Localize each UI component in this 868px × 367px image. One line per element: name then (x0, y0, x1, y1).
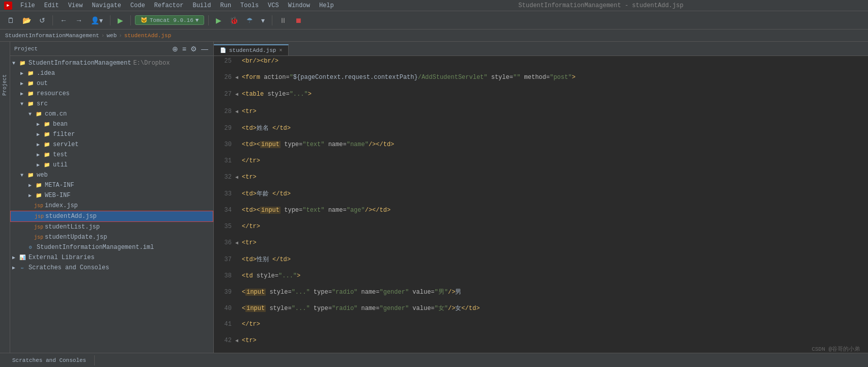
src-folder-icon: 📁 (26, 100, 35, 108)
tree-item-webinf[interactable]: ▶ 📁 WEB-INF (10, 190, 213, 201)
tree-item-iml[interactable]: ⚙ StudentInformationManagement.iml (10, 242, 213, 252)
coverage-button[interactable]: ☂ (243, 14, 256, 26)
tree-item-web[interactable]: ▼ 📁 web (10, 170, 213, 180)
build-button[interactable]: ▶ (213, 14, 225, 26)
sidebar-close-button[interactable]: — (200, 44, 209, 54)
tree-item-util[interactable]: ▶ 📁 util (10, 160, 213, 170)
line-number-42: 42 (214, 335, 232, 353)
menu-edit[interactable]: Edit (40, 1, 63, 10)
menu-help[interactable]: Help (315, 1, 338, 10)
menu-window[interactable]: Window (284, 1, 314, 10)
menu-tools[interactable]: Tools (236, 1, 263, 10)
tree-item-bean[interactable]: ▶ 📁 bean (10, 119, 213, 129)
tree-item-studentupdate-jsp[interactable]: jsp studentUpdate.jsp (10, 232, 213, 242)
breadcrumb-web[interactable]: web (106, 33, 117, 39)
table-row: 27 ◀ <table style="..."> (214, 89, 868, 106)
breadcrumb-project[interactable]: StudentInformationManagement (5, 33, 99, 39)
profile-button[interactable]: ▾ (258, 14, 268, 26)
tree-label-iml: StudentInformationManagement.iml (37, 244, 154, 251)
tab-studentadd-jsp[interactable]: 📄 studentAdd.jsp × (214, 44, 289, 55)
run-config-selector[interactable]: 🐱 Tomcat 9.0.16 ▼ (135, 15, 204, 25)
tree-item-metainf[interactable]: ▶ 📁 META-INF (10, 180, 213, 190)
tree-item-servlet[interactable]: ▶ 📁 servlet (10, 139, 213, 150)
line-number-32: 32 (214, 172, 232, 189)
web-folder-icon: 📁 (26, 171, 35, 179)
code-table: 25 <br/><br/> 26 ◀ <form action="${pageC (214, 56, 868, 353)
code-line-35: </tr> (242, 221, 868, 238)
expand-arrow-ext: ▶ (12, 255, 18, 261)
tree-item-src[interactable]: ▼ 📁 src (10, 99, 213, 109)
line-number-38: 38 (214, 271, 232, 287)
tree-item-studentadd-jsp[interactable]: jsp studentAdd.jsp (10, 211, 213, 222)
table-row: 41 </tr> (214, 319, 868, 335)
run-green-button[interactable]: ▶ (115, 14, 126, 26)
expand-arrow-src: ▼ (20, 101, 26, 107)
out-folder-icon: 📁 (26, 79, 35, 88)
line-number-34: 34 (214, 205, 232, 221)
tree-label-filter: filter (53, 131, 75, 138)
code-line-36: <tr> (242, 238, 868, 255)
menu-refactor[interactable]: Refactor (150, 1, 188, 10)
pause-button[interactable]: ⏸ (276, 14, 290, 26)
breadcrumb-file[interactable]: studentAdd.jsp (124, 33, 171, 39)
gutter-28: ◀ (232, 106, 242, 123)
tree-label-root: StudentInformationManagement (29, 60, 131, 67)
line-number-26: 26 (214, 72, 232, 89)
collapse-all-button[interactable]: ≡ (181, 44, 187, 54)
sidebar-settings-button[interactable]: ⚙ (189, 44, 198, 54)
editor-content[interactable]: 25 <br/><br/> 26 ◀ <form action="${pageC (214, 56, 868, 353)
tree-label-servlet: servlet (53, 141, 78, 148)
separator-1 (52, 15, 53, 25)
tree-item-filter[interactable]: ▶ 📁 filter (10, 129, 213, 139)
tree-item-test[interactable]: ▶ 📁 test (10, 150, 213, 160)
add-content-button[interactable]: ⊕ (171, 44, 179, 54)
tree-label-src: src (37, 100, 48, 107)
tree-label-studentadd-jsp: studentAdd.jsp (45, 213, 97, 220)
open-button[interactable]: 📂 (19, 14, 34, 26)
tree-item-idea[interactable]: ▶ 📁 .idea (10, 68, 213, 78)
tree-item-ext-libs[interactable]: ▶ 📊 External Libraries (10, 252, 213, 263)
tree-item-out[interactable]: ▶ 📁 out (10, 78, 213, 89)
menu-file[interactable]: File (16, 1, 39, 10)
recent-files-button[interactable]: 👤▾ (88, 14, 106, 26)
project-panel-toggle[interactable]: Project (0, 72, 10, 98)
util-folder-icon: 📁 (43, 161, 51, 169)
tree-item-studentlist-jsp[interactable]: jsp studentList.jsp (10, 222, 213, 232)
debug-button[interactable]: 🐞 (227, 14, 241, 26)
new-button[interactable]: 🗒 (4, 14, 17, 26)
code-line-32: <tr> (242, 172, 868, 189)
run-config-dropdown-icon: ▼ (195, 17, 199, 23)
tree-item-comcn[interactable]: ▼ 📁 com.cn (10, 109, 213, 119)
gutter-36: ◀ (232, 238, 242, 255)
menu-vcs[interactable]: VCS (264, 1, 283, 10)
table-row: 42 ◀ <tr> (214, 335, 868, 353)
window-title: StudentInformationManagement - studentAd… (338, 2, 864, 9)
refresh-button[interactable]: ↺ (36, 14, 48, 26)
menu-code[interactable]: Code (126, 1, 149, 10)
menu-view[interactable]: View (64, 1, 87, 10)
tree-item-root[interactable]: ▼ 📁 StudentInformationManagement E:\Drop… (10, 58, 213, 68)
scratches-tab[interactable]: Scratches and Consoles (4, 355, 95, 365)
table-row: 29 <td>姓名 </td> (214, 123, 868, 139)
line-number-30: 30 (214, 139, 232, 156)
tree-item-resources[interactable]: ▶ 📁 resources (10, 89, 213, 99)
separator-5 (272, 15, 272, 25)
tree-label-ext-libs: External Libraries (29, 254, 95, 261)
forward-button[interactable]: → (72, 14, 86, 26)
menu-run[interactable]: Run (216, 1, 235, 10)
back-button[interactable]: ← (57, 14, 70, 26)
table-row: 28 ◀ <tr> (214, 106, 868, 123)
tree-item-scratches[interactable]: ▶ ✏ Scratches and Consoles (10, 263, 213, 273)
line-number-35: 35 (214, 221, 232, 238)
gutter-39 (232, 287, 242, 303)
tree-item-index-jsp[interactable]: jsp index.jsp (10, 201, 213, 211)
stop-button[interactable]: ⏹ (292, 14, 305, 26)
separator-4 (208, 15, 209, 25)
main-layout: Project Project ⊕ ≡ ⚙ — ▼ 📁 StudentInfor… (0, 42, 868, 353)
line-number-37: 37 (214, 255, 232, 271)
tab-close-button[interactable]: × (279, 48, 282, 53)
menu-navigate[interactable]: Navigate (88, 1, 125, 10)
tree-label-test: test (53, 151, 68, 158)
gutter-26: ◀ (232, 72, 242, 89)
menu-build[interactable]: Build (188, 1, 215, 10)
